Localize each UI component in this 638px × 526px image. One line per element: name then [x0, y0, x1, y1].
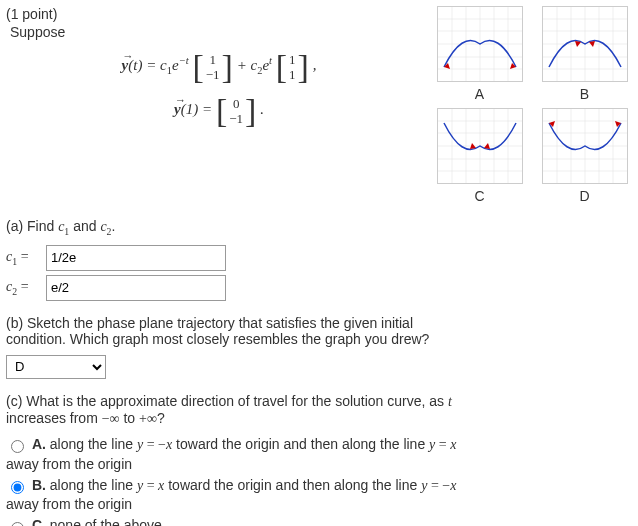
c2-label: c2 = — [6, 279, 46, 297]
graph-label-C: C — [432, 188, 527, 204]
radio-C[interactable] — [11, 522, 24, 526]
radio-B[interactable] — [11, 481, 24, 494]
radio-A[interactable] — [11, 440, 24, 453]
part-c-prompt: (c) What is the approximate direction of… — [6, 393, 476, 427]
graph-D — [542, 108, 628, 184]
graph-B — [542, 6, 628, 82]
graph-label-B: B — [537, 86, 632, 102]
suppose-label: Suppose — [10, 24, 432, 40]
c1-label: c1 = — [6, 249, 46, 267]
graph-A — [437, 6, 523, 82]
graph-select[interactable]: D — [6, 355, 106, 379]
choice-A[interactable]: A. along the line y = −x toward the orig… — [6, 435, 476, 474]
direction-choices: A. along the line y = −x toward the orig… — [6, 435, 476, 526]
graph-thumbnails: A B — [432, 6, 632, 204]
graph-label-D: D — [537, 188, 632, 204]
equation-block: y(t) = c1e−t [ 1−1 ] + c2et [ 11 ] , y(1… — [6, 50, 432, 128]
c2-input[interactable] — [46, 275, 226, 301]
points-label: (1 point) — [6, 6, 432, 22]
part-b-prompt: (b) Sketch the phase plane trajectory th… — [6, 315, 446, 347]
choice-C[interactable]: C. none of the above — [6, 516, 476, 526]
graph-label-A: A — [432, 86, 527, 102]
c1-input[interactable] — [46, 245, 226, 271]
part-a-prompt: (a) Find c1 and c2. — [6, 218, 632, 237]
choice-B[interactable]: B. along the line y = x toward the origi… — [6, 476, 476, 515]
graph-C — [437, 108, 523, 184]
